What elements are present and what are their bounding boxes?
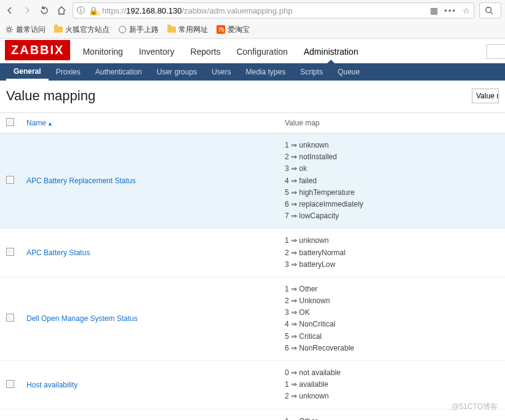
valuemap-entry: 3 ⇒ batteryLow [285, 259, 499, 271]
column-valuemap: Value map [279, 113, 505, 133]
page-header: Value mapping Value m [0, 81, 505, 113]
valuemap-entry: 1 ⇒ Other [285, 416, 499, 420]
bookmark-label: 常用网址 [178, 25, 208, 35]
row-valuemap-cell: 1 ⇒ unknown2 ⇒ notInstalled3 ⇒ ok4 ⇒ fai… [279, 133, 505, 229]
table-row: HP Insight System Status1 ⇒ Other2 ⇒ OK3… [0, 409, 505, 420]
valuemap-entry: 2 ⇒ notInstalled [285, 151, 499, 163]
valuemap-entry: 6 ⇒ NonRecoverable [285, 343, 499, 354]
subnav-general[interactable]: General [6, 63, 49, 81]
valuemap-name-link[interactable]: APC Battery Replacement Status [26, 176, 135, 185]
subnav-user-groups[interactable]: User groups [149, 63, 204, 81]
valuemap-entry: 1 ⇒ unknown [285, 140, 499, 151]
valuemap-entry: 1 ⇒ available [285, 379, 499, 390]
row-checkbox[interactable] [6, 314, 14, 322]
valuemap-entry: 2 ⇒ unknown [285, 390, 499, 402]
row-checkbox-cell[interactable] [0, 409, 20, 420]
browser-nav-row: ⓘ 🔒⚠ https://192.168.80.130/zabbix/adm.v… [0, 0, 505, 21]
row-name-cell: Host availability [20, 361, 279, 410]
row-name-cell: Dell Open Manage System Status [20, 277, 279, 360]
select-all-header[interactable] [0, 113, 20, 133]
table-row: Host availability0 ⇒ not available1 ⇒ av… [0, 361, 505, 410]
zabbix-logo[interactable]: ZABBIX [5, 40, 70, 60]
row-checkbox[interactable] [6, 176, 14, 184]
bookmark-item[interactable]: 淘爱淘宝 [217, 25, 250, 35]
row-checkbox[interactable] [6, 248, 14, 256]
subnav-authentication[interactable]: Authentication [88, 63, 149, 81]
bookmarks-bar: 最常访问火狐官方站点新手上路常用网址淘爱淘宝 [0, 21, 505, 38]
folder-icon [54, 25, 63, 34]
subnav-users[interactable]: Users [204, 63, 238, 81]
create-valuemap-button[interactable]: Value m [472, 89, 499, 103]
svg-point-0 [486, 7, 491, 13]
select-all-checkbox[interactable] [6, 118, 14, 126]
valuemap-entry: 3 ⇒ OK [285, 307, 499, 319]
globe-icon [118, 25, 127, 34]
main-tab-monitoring[interactable]: Monitoring [81, 47, 124, 63]
subnav-media-types[interactable]: Media types [239, 63, 293, 81]
valuemap-entry: 2 ⇒ batteryNormal [285, 247, 499, 259]
site-info-icon[interactable]: ⓘ [77, 5, 85, 16]
page-actions-icon[interactable]: ••• [444, 6, 456, 15]
row-valuemap-cell: 1 ⇒ Other2 ⇒ Unknown3 ⇒ OK4 ⇒ NonCritica… [279, 277, 505, 360]
bookmark-label: 最常访问 [16, 25, 46, 35]
main-tab-inventory[interactable]: Inventory [138, 47, 176, 63]
reload-icon[interactable] [38, 4, 50, 17]
main-tab-administration[interactable]: Administration [303, 47, 360, 63]
row-checkbox[interactable] [6, 380, 14, 388]
table-row: Dell Open Manage System Status1 ⇒ Other2… [0, 277, 505, 360]
valuemap-entry: 3 ⇒ ok [285, 163, 499, 175]
row-name-cell: APC Battery Replacement Status [20, 133, 279, 229]
row-checkbox-cell[interactable] [0, 229, 20, 277]
address-bar[interactable]: ⓘ 🔒⚠ https://192.168.80.130/zabbix/adm.v… [73, 2, 474, 18]
subnav-scripts[interactable]: Scripts [293, 63, 330, 81]
valuemap-entry: 0 ⇒ not available [285, 367, 499, 379]
header-right-box[interactable] [487, 44, 505, 59]
bookmark-item[interactable]: 常用网址 [167, 25, 208, 35]
column-name[interactable]: Name▲ [20, 113, 279, 133]
tao-icon: 淘 [217, 25, 225, 34]
bookmark-item[interactable]: 新手上路 [118, 25, 159, 35]
search-icon [485, 6, 493, 15]
row-valuemap-cell: 0 ⇒ not available1 ⇒ available2 ⇒ unknow… [279, 361, 505, 410]
main-tab-reports[interactable]: Reports [189, 47, 221, 63]
page-title: Value mapping [6, 88, 95, 104]
valuemap-entry: 5 ⇒ highTemperature [285, 187, 499, 199]
sort-asc-icon: ▲ [47, 121, 53, 127]
subnav-proxies[interactable]: Proxies [49, 63, 88, 81]
bookmark-item[interactable]: 火狐官方站点 [54, 25, 109, 35]
valuemap-entry: 6 ⇒ replaceImmediately [285, 199, 499, 210]
main-tabs: MonitoringInventoryReportsConfigurationA… [81, 39, 359, 63]
bookmark-label: 新手上路 [129, 25, 159, 35]
bookmark-item[interactable]: 最常访问 [5, 25, 46, 35]
zabbix-header: ZABBIX MonitoringInventoryReportsConfigu… [0, 39, 505, 63]
row-name-cell: HP Insight System Status [20, 409, 279, 420]
url-text: https://192.168.80.130/zabbix/adm.valuem… [102, 6, 292, 15]
reader-icon[interactable]: ▦ [430, 6, 438, 15]
valuemap-name-link[interactable]: Host availability [26, 381, 78, 389]
forward-icon[interactable] [21, 4, 33, 17]
back-icon[interactable] [4, 4, 16, 17]
valuemap-name-link[interactable]: APC Battery Status [26, 248, 90, 257]
valuemap-name-link[interactable]: Dell Open Manage System Status [26, 314, 138, 323]
browser-chrome: ⓘ 🔒⚠ https://192.168.80.130/zabbix/adm.v… [0, 0, 505, 39]
valuemap-entry: 5 ⇒ Critical [285, 331, 499, 343]
subnav-queue[interactable]: Queue [330, 63, 367, 81]
table-row: APC Battery Status1 ⇒ unknown2 ⇒ battery… [0, 229, 505, 277]
valuemap-entry: 4 ⇒ NonCritical [285, 319, 499, 330]
row-checkbox-cell[interactable] [0, 133, 20, 229]
row-valuemap-cell: 1 ⇒ unknown2 ⇒ batteryNormal3 ⇒ batteryL… [279, 229, 505, 277]
row-checkbox-cell[interactable] [0, 361, 20, 410]
row-valuemap-cell: 1 ⇒ Other2 ⇒ OK3 ⇒ Degraded [279, 409, 505, 420]
valuemap-entry: 1 ⇒ Other [285, 283, 499, 295]
folder-icon [167, 25, 176, 34]
bookmark-label: 火狐官方站点 [65, 25, 109, 35]
sub-nav: GeneralProxiesAuthenticationUser groupsU… [0, 63, 505, 81]
row-name-cell: APC Battery Status [20, 229, 279, 277]
bookmark-star-icon[interactable]: ☆ [463, 6, 470, 15]
main-tab-configuration[interactable]: Configuration [235, 47, 288, 63]
home-icon[interactable] [55, 4, 68, 17]
row-checkbox-cell[interactable] [0, 277, 20, 360]
valuemap-table: Name▲ Value map APC Battery Replacement … [0, 113, 505, 420]
browser-search-box[interactable] [479, 2, 501, 18]
lock-warning-icon: 🔒⚠ [89, 6, 98, 15]
